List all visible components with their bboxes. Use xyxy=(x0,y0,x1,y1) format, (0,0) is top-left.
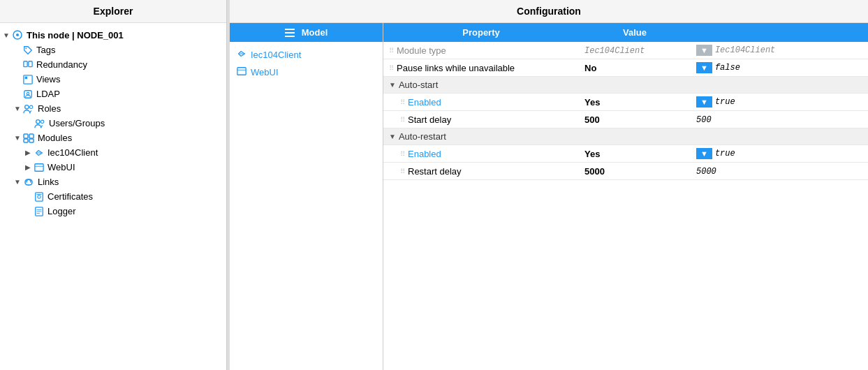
edit-column-header xyxy=(691,23,868,42)
table-row-auto-start-enabled: ⠿ Enabled Yes ▼ true xyxy=(383,94,868,111)
ldap-icon xyxy=(23,89,33,99)
root-node[interactable]: ▼ This node | NODE_001 xyxy=(0,27,226,43)
table-row-start-delay: ⠿ Start delay 500 500 xyxy=(383,111,868,128)
sidebar-item-users-groups[interactable]: ▶ Users/Groups xyxy=(0,116,226,131)
iec104-icon xyxy=(34,148,44,158)
pause-links-property: ⠿ Pause links while unavailable xyxy=(383,59,579,77)
certificates-label: Certificates xyxy=(47,191,93,202)
model-iec104-icon xyxy=(237,49,247,61)
sidebar-item-iec104client[interactable]: ▶ Iec104Client xyxy=(0,145,226,160)
auto-restart-enabled-label: Enabled xyxy=(408,149,441,159)
explorer-header: Explorer xyxy=(0,0,226,23)
root-node-icon xyxy=(12,29,23,40)
sidebar-item-redundancy[interactable]: ▶ Redundancy xyxy=(0,57,226,72)
auto-restart-section-label: Auto-restart xyxy=(399,131,446,142)
start-delay-edit: 500 xyxy=(691,111,868,128)
webui-icon xyxy=(34,163,44,172)
auto-restart-enabled-property: ⠿ Enabled xyxy=(383,145,579,163)
tag-icon xyxy=(23,45,33,55)
svg-rect-26 xyxy=(237,68,246,75)
configuration-content: Model Iec104Client xyxy=(230,23,868,370)
auto-restart-section-cell: ▼ Auto-restart xyxy=(383,128,868,145)
model-header-label: Model xyxy=(302,27,328,38)
model-column-header: Model xyxy=(230,23,383,42)
restart-delay-edit: 5000 xyxy=(691,163,868,180)
svg-point-9 xyxy=(25,105,29,108)
iec104-expand[interactable]: ▶ xyxy=(25,149,32,156)
svg-rect-14 xyxy=(29,134,34,138)
root-node-label: This node | NODE_001 xyxy=(27,30,124,40)
pause-links-edit-value: false xyxy=(715,63,740,73)
links-icon xyxy=(23,177,34,187)
restart-delay-edit-value: 5000 xyxy=(696,167,716,177)
roles-icon xyxy=(23,104,34,114)
svg-point-8 xyxy=(27,92,29,95)
users-groups-label: Users/Groups xyxy=(49,118,105,128)
links-label: Links xyxy=(38,177,59,187)
module-type-edit-cell: ▼ Iec104Client xyxy=(696,45,862,56)
sidebar-item-ldap[interactable]: ▶ LDAP xyxy=(0,87,226,101)
logger-label: Logger xyxy=(47,206,75,216)
modules-label: Modules xyxy=(38,133,72,143)
start-delay-property: ⠿ Start delay xyxy=(383,111,579,128)
auto-start-expand-arrow[interactable]: ▼ xyxy=(389,81,396,89)
links-expand[interactable]: ▼ xyxy=(14,178,21,186)
sidebar-item-logger[interactable]: ▶ Logger xyxy=(0,204,226,219)
iec104client-label: Iec104Client xyxy=(47,147,98,158)
model-item-iec104client[interactable]: Iec104Client xyxy=(237,46,376,64)
svg-point-20 xyxy=(38,195,41,198)
sidebar-item-roles[interactable]: ▼ Roles xyxy=(0,101,226,116)
module-type-property: ⠿ Module type xyxy=(383,42,579,59)
table-row-auto-restart-enabled: ⠿ Enabled Yes ▼ true xyxy=(383,145,868,163)
roles-label: Roles xyxy=(38,103,61,114)
sidebar-item-certificates[interactable]: ▶ Certificates xyxy=(0,189,226,204)
roles-expand[interactable]: ▼ xyxy=(14,105,21,112)
table-row-module-type: ⠿ Module type Iec104Client ▼ Iec104C xyxy=(383,42,868,59)
model-iec104client-label: Iec104Client xyxy=(251,50,301,60)
explorer-tree: ▼ This node | NODE_001 ▶ xyxy=(0,23,226,370)
configuration-panel: Configuration Model xyxy=(230,0,868,370)
auto-start-section-cell: ▼ Auto-start xyxy=(383,77,868,94)
model-webui-label: WebUI xyxy=(251,67,279,77)
users-icon xyxy=(34,119,45,128)
auto-start-enabled-dropdown-btn[interactable]: ▼ xyxy=(696,96,712,108)
config-table-wrap: Property Value ⠿ Module type xyxy=(383,23,868,370)
auto-restart-expand-arrow[interactable]: ▼ xyxy=(389,133,396,140)
model-item-webui[interactable]: WebUI xyxy=(237,64,376,81)
auto-restart-enabled-dropdown-btn[interactable]: ▼ xyxy=(696,148,712,159)
webui-label: WebUI xyxy=(47,162,75,172)
modules-icon xyxy=(23,133,34,143)
logger-icon xyxy=(34,207,44,216)
sidebar-item-modules[interactable]: ▼ Modules xyxy=(0,131,226,145)
sidebar-item-links[interactable]: ▼ Links xyxy=(0,175,226,189)
views-icon xyxy=(23,75,33,84)
restart-delay-value-bold: 5000 xyxy=(584,166,605,177)
cert-icon xyxy=(34,192,44,202)
pause-links-edit: ▼ false xyxy=(691,59,868,77)
sidebar-item-webui[interactable]: ▶ WebUI xyxy=(0,160,226,175)
hamburger-icon[interactable] xyxy=(285,29,295,37)
svg-rect-16 xyxy=(29,139,34,142)
svg-point-1 xyxy=(16,34,19,36)
sidebar-item-tags[interactable]: ▶ Tags xyxy=(0,43,226,57)
auto-start-enabled-label: Enabled xyxy=(408,97,441,108)
modules-expand[interactable]: ▼ xyxy=(14,134,21,142)
value-column-header: Value xyxy=(579,23,691,42)
explorer-panel: Explorer ▼ This node | NODE_001 ▶ xyxy=(0,0,227,370)
auto-restart-enabled-edit: ▼ true xyxy=(691,145,868,163)
pause-links-label: Pause links while unavailable xyxy=(397,63,515,73)
restart-delay-property: ⠿ Restart delay xyxy=(383,163,579,180)
webui-expand[interactable]: ▶ xyxy=(25,163,32,171)
table-row-pause-links: ⠿ Pause links while unavailable No ▼ xyxy=(383,59,868,77)
module-type-dropdown-btn[interactable]: ▼ xyxy=(696,45,712,56)
sidebar-item-views[interactable]: ▶ Views xyxy=(0,72,226,87)
pause-links-dropdown-btn[interactable]: ▼ xyxy=(696,62,712,73)
module-type-edit-value: Iec104Client xyxy=(715,45,775,55)
model-items-list: Iec104Client WebUI xyxy=(230,42,383,85)
svg-point-11 xyxy=(36,119,40,123)
table-row-auto-start-section: ▼ Auto-start xyxy=(383,77,868,94)
svg-rect-17 xyxy=(35,163,43,171)
root-expand-arrow[interactable]: ▼ xyxy=(3,31,10,39)
model-column: Model Iec104Client xyxy=(230,23,383,370)
views-label: Views xyxy=(36,74,60,84)
